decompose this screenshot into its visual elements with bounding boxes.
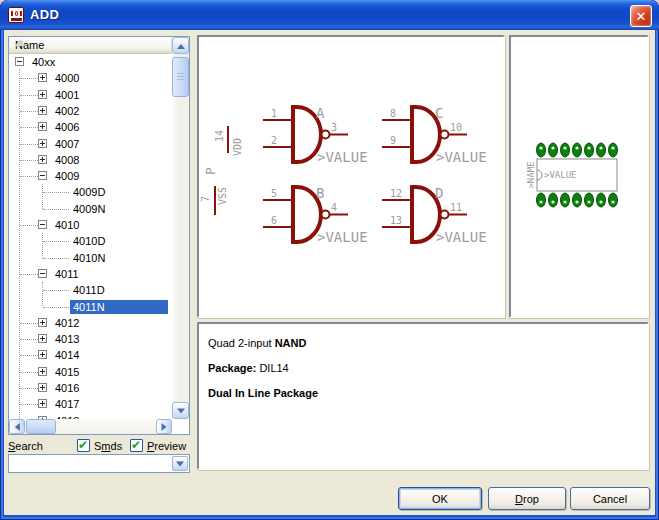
expand-toggle[interactable] xyxy=(38,155,47,164)
svg-text:B: B xyxy=(316,185,324,201)
tree-horizontal-scrollbar[interactable] xyxy=(9,419,172,434)
ok-button[interactable]: OK xyxy=(398,487,482,510)
expand-toggle[interactable] xyxy=(38,383,47,392)
package-drawing: >NAME>VALUE xyxy=(511,37,647,316)
tree-connector xyxy=(20,127,38,128)
tree-item-4009D[interactable]: 4009D xyxy=(70,185,108,199)
expand-toggle[interactable] xyxy=(38,73,47,82)
drop-button[interactable]: Drop xyxy=(488,487,566,510)
cancel-button[interactable]: Cancel xyxy=(570,487,650,510)
search-input[interactable] xyxy=(10,456,170,471)
tree-item-4006[interactable]: 4006 xyxy=(52,120,82,134)
tree-row: 4009 xyxy=(9,168,172,184)
description-text: Dual In Line Package xyxy=(208,387,318,399)
smds-label[interactable]: Smds xyxy=(94,440,122,452)
tree-row: 4001 xyxy=(9,87,172,103)
search-combobox xyxy=(8,454,190,473)
svg-text:>NAME: >NAME xyxy=(526,161,536,188)
tree-item-4002[interactable]: 4002 xyxy=(52,104,82,118)
sort-ascending-icon xyxy=(15,39,25,46)
smds-checkbox[interactable]: ✔ xyxy=(77,439,90,452)
tree-row: 4009N xyxy=(9,201,172,217)
expand-toggle[interactable] xyxy=(15,57,24,66)
tree-item-4010N[interactable]: 4010N xyxy=(70,251,108,265)
tree-item-4014[interactable]: 4014 xyxy=(52,348,82,362)
tree-connector xyxy=(43,192,69,193)
tree-item-4010D[interactable]: 4010D xyxy=(70,234,108,248)
scroll-right-button[interactable] xyxy=(156,419,172,434)
dialog-client-area: Name 40xx4000400140024006400740084009400… xyxy=(4,30,655,515)
tree-item-4011D[interactable]: 4011D xyxy=(70,283,108,297)
expand-toggle[interactable] xyxy=(38,139,47,148)
tree-item-4015[interactable]: 4015 xyxy=(52,365,82,379)
tree-connector xyxy=(20,274,38,275)
tree-vertical-scrollbar[interactable] xyxy=(172,37,189,419)
tree-connector xyxy=(20,404,38,405)
tree-connector xyxy=(20,355,38,356)
tree-item-4001[interactable]: 4001 xyxy=(52,88,82,102)
tree-item-4010[interactable]: 4010 xyxy=(52,218,82,232)
preview-label[interactable]: Preview xyxy=(147,440,186,452)
arrow-left-icon xyxy=(11,423,20,431)
description-line: Package: DIL14 xyxy=(208,356,638,381)
svg-text:>VALUE: >VALUE xyxy=(544,170,577,180)
tree-item-4016[interactable]: 4016 xyxy=(52,381,82,395)
svg-text:P: P xyxy=(203,167,218,175)
arrow-right-icon xyxy=(161,423,170,431)
tree-row: 4006 xyxy=(9,119,172,135)
tree-header[interactable]: Name xyxy=(9,37,172,54)
tree-row: 4011N xyxy=(9,299,172,315)
tree-item-4000[interactable]: 4000 xyxy=(52,71,82,85)
tree-item-4007[interactable]: 4007 xyxy=(52,137,82,151)
tree-item-4009N[interactable]: 4009N xyxy=(70,202,108,216)
app-icon xyxy=(8,7,24,23)
tree-row: 4010 xyxy=(9,217,172,233)
preview-checkbox[interactable]: ✔ xyxy=(130,439,143,452)
close-button[interactable]: ✕ xyxy=(630,5,652,27)
tree-item-4009[interactable]: 4009 xyxy=(52,169,82,183)
scroll-up-button[interactable] xyxy=(172,37,189,54)
tree-item-4017[interactable]: 4017 xyxy=(52,397,82,411)
svg-text:6: 6 xyxy=(271,215,277,226)
description-line: Dual In Line Package xyxy=(208,381,638,406)
expand-toggle[interactable] xyxy=(38,220,47,229)
svg-text:D: D xyxy=(435,185,443,201)
expand-toggle[interactable] xyxy=(38,122,47,131)
scroll-down-button[interactable] xyxy=(172,402,189,419)
tree-item-4011N[interactable]: 4011N xyxy=(70,300,168,314)
tree-connector xyxy=(20,339,38,340)
vertical-scroll-thumb[interactable] xyxy=(172,57,189,97)
tree-item-40xx[interactable]: 40xx xyxy=(29,55,58,69)
expand-toggle[interactable] xyxy=(38,90,47,99)
svg-text:7: 7 xyxy=(200,196,211,202)
tree-row: 4012 xyxy=(9,315,172,331)
tree-item-4011[interactable]: 4011 xyxy=(52,267,82,281)
svg-text:11: 11 xyxy=(450,202,462,213)
nand-gate-B: 564B>VALUE xyxy=(263,185,368,245)
tree-item-4012[interactable]: 4012 xyxy=(52,316,82,330)
horizontal-scroll-thumb[interactable] xyxy=(26,419,56,434)
tree-item-4008[interactable]: 4008 xyxy=(52,153,82,167)
expand-toggle[interactable] xyxy=(38,318,47,327)
expand-toggle[interactable] xyxy=(38,106,47,115)
svg-text:8: 8 xyxy=(390,108,396,119)
svg-text:5: 5 xyxy=(271,188,277,199)
tree-item-4013[interactable]: 4013 xyxy=(52,332,82,346)
expand-toggle[interactable] xyxy=(38,350,47,359)
expand-toggle[interactable] xyxy=(38,399,47,408)
expand-toggle[interactable] xyxy=(38,269,47,278)
combo-dropdown-button[interactable] xyxy=(172,456,188,471)
titlebar[interactable]: ADD ✕ xyxy=(0,0,659,30)
expand-toggle[interactable] xyxy=(38,171,47,180)
symbol-preview-panel: 123A>VALUE8910C>VALUE564B>VALUE121311D>V… xyxy=(197,35,505,318)
tree-connector xyxy=(20,323,38,324)
pad xyxy=(585,143,594,207)
description-line: Quad 2-input NAND xyxy=(208,331,638,356)
arrow-up-icon xyxy=(177,39,185,48)
tree-row: 4010N xyxy=(9,250,172,266)
svg-text:1: 1 xyxy=(271,108,277,119)
expand-toggle[interactable] xyxy=(38,334,47,343)
expand-toggle[interactable] xyxy=(38,367,47,376)
scroll-left-button[interactable] xyxy=(9,419,25,434)
tree-rows: 40xx40004001400240064007400840094009D400… xyxy=(9,54,172,419)
